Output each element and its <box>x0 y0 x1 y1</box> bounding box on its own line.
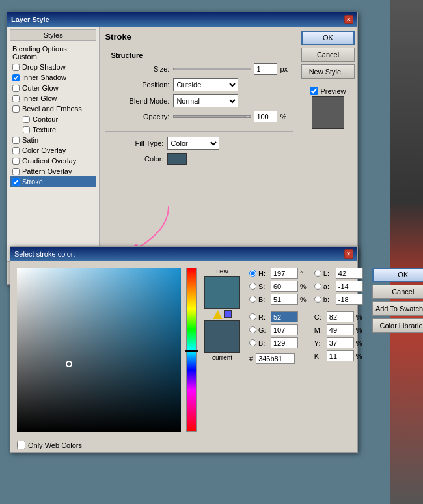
pattern-overlay-checkbox[interactable] <box>12 168 20 175</box>
sidebar-item-outer-glow[interactable]: Outer Glow <box>10 83 96 93</box>
color-picker-ok-button[interactable]: OK <box>372 268 423 282</box>
a-radio[interactable] <box>314 283 321 290</box>
stroke-checkbox[interactable] <box>12 178 20 186</box>
size-input[interactable]: 1 <box>254 63 277 75</box>
K-field-row: K: % <box>314 350 363 361</box>
color-picker-buttons: OK Cancel Add To Swatches Color Librarie… <box>372 268 423 432</box>
sidebar-item-contour[interactable]: Contour <box>10 114 96 124</box>
sidebar-item-gradient-overlay[interactable]: Gradient Overlay <box>10 156 96 166</box>
gradient-overlay-checkbox[interactable] <box>12 158 20 165</box>
color-libraries-button[interactable]: Color Libraries <box>372 318 423 333</box>
L-input[interactable] <box>336 268 363 279</box>
layer-style-close-button[interactable]: ✕ <box>344 15 353 24</box>
brightness-input[interactable] <box>271 294 298 305</box>
size-row: Size: 1 px <box>111 63 288 75</box>
hex-input[interactable] <box>256 353 295 364</box>
contour-checkbox[interactable] <box>23 116 30 123</box>
green-field-label: G: <box>258 326 269 334</box>
sidebar-item-bevel-emboss[interactable]: Bevel and Emboss <box>10 104 96 114</box>
blue-input[interactable] <box>271 337 298 348</box>
right-panel: OK Cancel New Style... Preview <box>299 27 357 261</box>
drop-shadow-checkbox[interactable] <box>12 64 20 71</box>
size-unit: px <box>280 65 288 73</box>
saturation-radio[interactable] <box>249 283 256 290</box>
hue-unit: ° <box>300 270 303 277</box>
color-picker-body: new current H: ° S: % <box>10 261 357 438</box>
color-overlay-checkbox[interactable] <box>12 147 20 154</box>
M-input[interactable] <box>327 324 354 335</box>
lab-cmyk-fields: L: a: b: C: % M: % <box>314 268 363 432</box>
sidebar-item-texture[interactable]: Texture <box>10 124 96 135</box>
saturation-input[interactable] <box>271 281 298 292</box>
position-select[interactable]: Outside Inside Center <box>173 78 238 91</box>
sidebar-item-inner-glow[interactable]: Inner Glow <box>10 93 96 104</box>
K-input[interactable] <box>327 350 354 361</box>
b-lab-radio[interactable] <box>314 296 321 303</box>
texture-checkbox[interactable] <box>23 126 30 133</box>
sidebar-item-blending-options[interactable]: Blending Options: Custom <box>10 44 96 62</box>
opacity-slider[interactable] <box>173 115 251 118</box>
drop-shadow-label: Drop Shadow <box>22 63 66 71</box>
sidebar-item-pattern-overlay[interactable]: Pattern Overlay <box>10 166 96 176</box>
color-swatch[interactable] <box>167 153 187 165</box>
C-field-label: C: <box>314 313 325 321</box>
C-field-row: C: % <box>314 311 363 322</box>
styles-sidebar-title: Styles <box>10 29 96 41</box>
inner-shadow-checkbox[interactable] <box>12 74 20 81</box>
hue-slider[interactable] <box>186 268 197 432</box>
bevel-emboss-checkbox[interactable] <box>12 105 20 113</box>
hash-label: # <box>249 355 253 363</box>
color-preview-section: new current <box>204 268 240 432</box>
green-radio[interactable] <box>249 326 256 333</box>
add-to-swatches-button[interactable]: Add To Swatches <box>372 301 423 316</box>
C-input[interactable] <box>327 311 354 322</box>
sidebar-item-color-overlay[interactable]: Color Overlay <box>10 145 96 156</box>
M-field-label: M: <box>314 326 325 334</box>
sidebar-item-satin[interactable]: Satin <box>10 135 96 145</box>
new-style-button[interactable]: New Style... <box>301 64 355 79</box>
brightness-radio[interactable] <box>249 296 256 303</box>
L-field-row: L: <box>314 268 363 279</box>
gamut-web-icons <box>213 310 232 319</box>
blend-mode-row: Blend Mode: Normal Dissolve <box>111 94 288 107</box>
hue-input[interactable] <box>271 268 298 279</box>
L-radio[interactable] <box>314 270 321 277</box>
b-lab-input[interactable] <box>336 294 363 305</box>
preview-box <box>312 96 344 129</box>
blend-mode-select[interactable]: Normal Dissolve <box>173 94 238 107</box>
sidebar-item-drop-shadow[interactable]: Drop Shadow <box>10 62 96 72</box>
a-input[interactable] <box>336 281 363 292</box>
layer-style-body: Styles Blending Options: Custom Drop Sha… <box>7 27 357 261</box>
inner-shadow-label: Inner Shadow <box>22 74 66 81</box>
color-picker-cancel-button[interactable]: Cancel <box>372 285 423 299</box>
hex-row: # <box>249 353 307 364</box>
green-input[interactable] <box>271 324 298 335</box>
color-picker-close-button[interactable]: ✕ <box>344 249 353 259</box>
stroke-label: Stroke <box>22 178 43 186</box>
texture-label: Texture <box>33 126 56 133</box>
red-radio[interactable] <box>249 313 256 320</box>
bevel-emboss-label: Bevel and Emboss <box>22 105 82 113</box>
satin-checkbox[interactable] <box>12 137 20 144</box>
inner-glow-checkbox[interactable] <box>12 95 20 102</box>
sidebar-item-inner-shadow[interactable]: Inner Shadow <box>10 72 96 83</box>
Y-input[interactable] <box>327 337 354 348</box>
fill-type-select[interactable]: Color Gradient Pattern <box>167 137 219 150</box>
red-input[interactable] <box>271 311 298 322</box>
sidebar-item-stroke[interactable]: Stroke <box>10 176 96 187</box>
position-row: Position: Outside Inside Center <box>111 78 288 91</box>
hue-radio[interactable] <box>249 270 256 277</box>
blue-radio[interactable] <box>249 339 256 346</box>
new-color-swatch <box>204 276 240 309</box>
L-field-label: L: <box>323 270 334 277</box>
only-web-colors-checkbox[interactable] <box>17 441 25 449</box>
opacity-input[interactable] <box>254 111 277 122</box>
outer-glow-checkbox[interactable] <box>12 85 20 92</box>
preview-checkbox[interactable] <box>310 87 318 95</box>
gradient-picker[interactable] <box>17 268 181 432</box>
M-unit: % <box>356 326 362 334</box>
cancel-button[interactable]: Cancel <box>301 48 355 62</box>
size-slider[interactable] <box>173 68 251 70</box>
ok-button[interactable]: OK <box>301 31 355 45</box>
blue-field-row: B: <box>249 337 307 348</box>
